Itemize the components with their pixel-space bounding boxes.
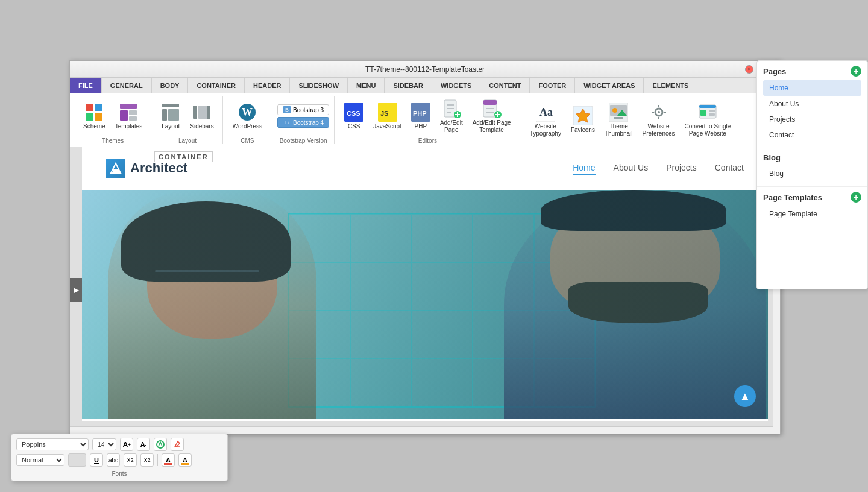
website-preferences-button[interactable]: WebsitePreferences <box>639 100 679 140</box>
page-templates-add-btn[interactable]: + <box>851 192 861 203</box>
tab-header[interactable]: HEADER <box>245 78 290 93</box>
layout-label: Layout <box>162 123 180 130</box>
tab-file[interactable]: FILE <box>70 78 102 93</box>
templates-button[interactable]: Templates <box>112 100 146 133</box>
pages-add-btn[interactable]: + <box>851 66 861 77</box>
underline-btn[interactable]: U <box>90 453 103 467</box>
tab-footer[interactable]: FOOTER <box>530 78 575 93</box>
favicons-button[interactable]: Favicons <box>567 104 599 136</box>
main-window: TT-7theme--800112-TemplateToaster × − □ … <box>69 60 781 434</box>
page-item-contact[interactable]: Contact <box>763 127 861 143</box>
nav-about[interactable]: About Us <box>614 162 649 175</box>
logo-text: Architect <box>130 160 187 176</box>
nav-home[interactable]: Home <box>573 162 595 175</box>
tab-content[interactable]: CONTENT <box>480 78 530 93</box>
svg-text:CSS: CSS <box>347 110 360 117</box>
svg-rect-53 <box>700 110 706 116</box>
bootstrap4-button[interactable]: B Bootstrap 4 <box>277 117 329 128</box>
pages-title: Pages <box>763 67 786 76</box>
panel-collapse-btn[interactable]: ❮ <box>756 66 757 80</box>
sidebars-button[interactable]: Sidebars <box>186 100 217 133</box>
svg-rect-55 <box>709 113 715 116</box>
page-item-projects[interactable]: Projects <box>763 112 861 127</box>
tab-slideshow[interactable]: SLIDESHOW <box>290 78 348 93</box>
page-template-item[interactable]: Page Template <box>763 206 861 222</box>
themes-items: Scheme Templates <box>80 96 146 136</box>
theme-thumbnail-button[interactable]: ThemeThumbnail <box>601 100 637 140</box>
canvas-collapse-btn[interactable]: ▶ <box>70 278 82 302</box>
tab-widget-areas[interactable]: WIDGET AREAS <box>575 78 644 93</box>
layout-button[interactable]: Layout <box>157 100 184 133</box>
superscript-btn[interactable]: X2 <box>140 453 154 467</box>
blog-title: Blog <box>763 153 781 162</box>
tab-elements[interactable]: ELEMENTS <box>644 78 697 93</box>
typography-button[interactable]: Aa WebsiteTypography <box>526 100 565 140</box>
svg-rect-13 <box>207 106 210 119</box>
ribbon-group-bootstrap: B Bootstrap 3 B Bootstrap 4 Bootstrap Ve… <box>272 96 335 144</box>
scheme-button[interactable]: Scheme <box>80 100 109 133</box>
cms-group-label: CMS <box>241 137 254 144</box>
layout-icon <box>161 102 180 122</box>
javascript-button[interactable]: JS JavaScript <box>370 100 405 133</box>
svg-rect-3 <box>95 113 102 121</box>
scroll-to-top-btn[interactable]: ▲ <box>734 385 756 407</box>
right-panel: ❮ Pages + Home About Us Projects Contact… <box>756 60 868 289</box>
convert-button[interactable]: Convert to SinglePage Website <box>681 100 735 140</box>
typography-label: WebsiteTypography <box>530 123 561 137</box>
website-items: Aa WebsiteTypography Favicons <box>526 96 735 144</box>
favicons-icon <box>573 106 593 125</box>
close-btn[interactable]: × <box>745 65 753 74</box>
strikethrough-btn[interactable]: abc <box>107 453 120 467</box>
page-item-home[interactable]: Home <box>763 80 861 96</box>
text-style-select[interactable]: Normal Heading 1 Heading 2 <box>16 454 64 466</box>
tab-sidebar[interactable]: SIDEBAR <box>385 78 432 93</box>
bootstrap3-button[interactable]: B Bootstrap 3 <box>277 104 329 115</box>
add-edit-template-label: Add/Edit PageTemplate <box>473 119 511 134</box>
bootstrap-items: B Bootstrap 3 B Bootstrap 4 <box>277 96 329 136</box>
highlight-btn[interactable] <box>171 438 184 451</box>
theme-thumbnail-icon <box>609 102 628 122</box>
window-title: TT-7theme--800112-TemplateToaster <box>365 65 485 74</box>
increase-font-btn[interactable]: A+ <box>120 438 133 451</box>
css-button[interactable]: CSS CSS <box>341 100 367 133</box>
editors-group-label: Editors <box>418 137 437 144</box>
tab-widgets[interactable]: WIDGETS <box>432 78 480 93</box>
templates-icon <box>119 102 138 122</box>
tab-general[interactable]: GENERAL <box>102 78 152 93</box>
page-item-about[interactable]: About Us <box>763 96 861 112</box>
add-edit-template-icon <box>482 99 502 118</box>
font-size-select[interactable]: 14 <box>92 438 116 450</box>
svg-rect-7 <box>129 116 137 121</box>
add-edit-page-label: Add/EditPage <box>440 119 463 134</box>
scheme-icon <box>84 102 104 122</box>
bg-color-btn[interactable]: A <box>178 453 192 467</box>
font-color-btn[interactable]: A <box>162 453 175 467</box>
php-button[interactable]: PHP PHP <box>407 100 434 133</box>
text-color-btn[interactable] <box>154 438 167 451</box>
toolbar-divider <box>157 454 158 466</box>
svg-rect-44 <box>614 117 623 119</box>
font-family-select[interactable]: Poppins <box>16 438 89 450</box>
blog-item[interactable]: Blog <box>763 166 861 181</box>
blog-header: Blog <box>763 153 861 162</box>
convert-label: Convert to SinglePage Website <box>685 123 731 137</box>
decrease-font-btn[interactable]: A- <box>137 438 150 451</box>
toolbar-row-1: Poppins 14 A+ A- <box>16 438 222 451</box>
theme-thumbnail-label: ThemeThumbnail <box>605 123 633 137</box>
add-edit-page-button[interactable]: Add/EditPage <box>436 96 467 136</box>
subscript-btn[interactable]: X2 <box>124 453 137 467</box>
bootstrap4-label: Bootstrap 4 <box>293 119 324 126</box>
nav-contact[interactable]: Contact <box>715 162 744 175</box>
ribbon-group-editors: CSS CSS JS JavaScript <box>336 96 520 144</box>
color-swatch-btn[interactable] <box>68 453 86 467</box>
tab-body[interactable]: BODY <box>152 78 189 93</box>
hero-image: ▲ <box>82 190 768 419</box>
tab-menu[interactable]: MENU <box>348 78 385 93</box>
h-scrollbar[interactable] <box>70 426 773 434</box>
tab-container[interactable]: CONTAINER <box>188 78 245 93</box>
svg-rect-9 <box>162 109 167 121</box>
wordpress-button[interactable]: W WordPress <box>229 100 266 133</box>
add-edit-page-template-button[interactable]: Add/Edit PageTemplate <box>469 96 515 136</box>
nav-projects[interactable]: Projects <box>666 162 697 175</box>
svg-rect-11 <box>193 106 197 119</box>
